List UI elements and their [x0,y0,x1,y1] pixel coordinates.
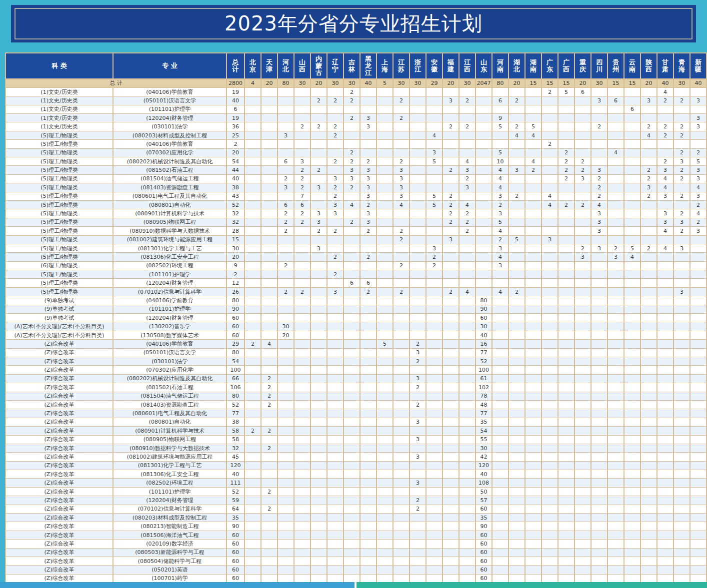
value-cell: 60 [476,314,492,322]
value-cell [426,287,442,296]
value-cell [542,314,558,322]
value-cell [574,400,591,409]
value-cell: 30 [476,444,492,452]
value-cell [244,470,261,479]
value-cell [608,427,624,435]
value-cell [492,131,508,139]
value-cell [508,331,525,339]
value-cell [244,514,261,522]
value-cell [459,514,476,522]
category-cell: (A)艺术(不分文理)/艺术(不分科目类) [6,331,113,339]
value-cell [476,209,492,218]
value-cell [640,357,657,366]
table-row: (Z)综合改革(080504)储能科学与工程6060 [6,557,706,565]
category-cell: (1)文史/历史类 [6,105,113,113]
value-cell [294,87,310,96]
value-cell [525,427,542,435]
value-cell [525,96,542,105]
value-cell: 40 [476,470,492,479]
value-cell [310,174,327,183]
value-cell [459,296,476,305]
value-cell [459,366,476,374]
value-cell [410,461,426,470]
value-cell [310,383,327,392]
category-cell: (Z)综合改革 [6,514,113,522]
value-cell: 2 [442,192,459,200]
value-cell [426,531,442,539]
value-cell [508,453,525,461]
grand-total-province-cell: 15 [624,79,640,87]
value-cell [608,140,624,148]
value-cell [327,435,344,444]
value-cell [261,287,278,296]
value-cell [690,548,706,557]
value-cell [574,505,591,513]
value-cell [624,287,640,296]
value-cell [344,314,360,322]
value-cell [624,548,640,557]
value-cell [261,183,278,192]
value-cell [459,244,476,252]
major-cell: (040106)学前教育 [113,296,226,305]
value-cell [327,400,344,409]
value-cell [278,514,294,522]
value-cell [244,192,261,200]
value-cell [492,435,508,444]
category-cell: (9)单独考试 [6,314,113,322]
value-cell: 2 [344,157,360,166]
row-total-cell: 32 [226,444,244,452]
value-cell [244,400,261,409]
value-cell [376,200,393,209]
value-cell [508,148,525,157]
value-cell [574,540,591,548]
value-cell [558,105,574,113]
value-cell [278,479,294,487]
value-cell: 2 [393,114,410,122]
value-cell [360,305,376,313]
value-cell [310,105,327,113]
value-cell: 2 [558,166,574,174]
value-cell [393,140,410,148]
value-cell [442,453,459,461]
value-cell [393,461,410,470]
value-cell: 2 [344,114,360,122]
value-cell [244,270,261,279]
value-cell [640,461,657,470]
value-cell [542,183,558,192]
table-row: (5)理工/物理类(080910)数据科学与大数据技术2822222243423 [6,227,706,235]
value-cell: 2 [261,374,278,383]
value-cell [442,87,459,96]
value-cell [674,314,690,322]
major-cell: (070102)信息与计算科学 [113,505,226,513]
value-cell [476,114,492,122]
value-cell [508,392,525,400]
value-cell [690,279,706,287]
table-row: (9)单独考试(040106)学前教育8080 [6,296,706,305]
value-cell [376,227,393,235]
value-cell [344,140,360,148]
value-cell [508,157,525,166]
value-cell [261,348,278,357]
value-cell: 3 [360,192,376,200]
value-cell [624,522,640,531]
value-cell [376,487,393,496]
value-cell [327,392,344,400]
value-cell [674,470,690,479]
value-cell [508,566,525,574]
col-header-province-北京: 北京 [244,53,261,79]
value-cell [410,140,426,148]
value-cell [508,357,525,366]
value-cell [591,557,608,565]
value-cell [690,427,706,435]
value-cell [410,227,426,235]
value-cell [525,348,542,357]
value-cell [508,548,525,557]
value-cell [442,444,459,452]
value-cell [459,235,476,244]
value-cell [278,166,294,174]
value-cell [376,548,393,557]
value-cell [278,305,294,313]
value-cell [294,261,310,270]
value-cell [410,235,426,244]
value-cell [558,218,574,226]
